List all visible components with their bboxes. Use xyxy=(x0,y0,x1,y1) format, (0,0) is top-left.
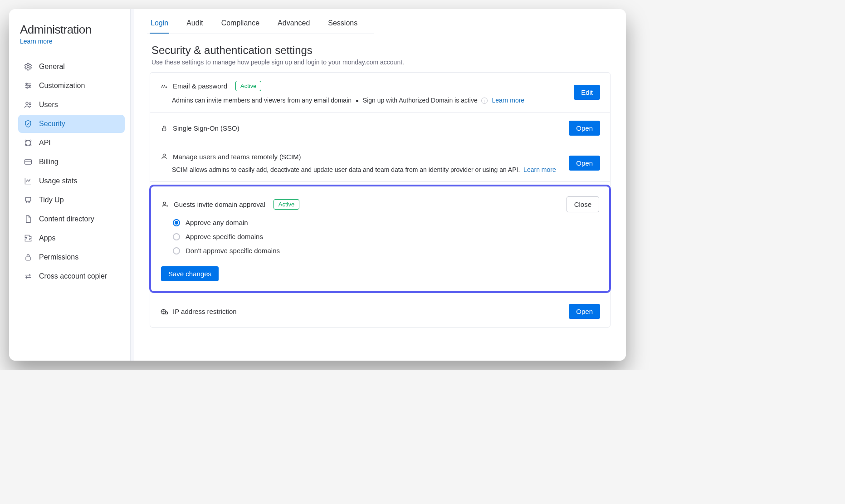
radio-indicator xyxy=(173,233,180,240)
desc-part-2: Sign up with Authorized Domain is active xyxy=(363,97,478,104)
desc-text: SCIM allows admins to easily add, deacti… xyxy=(172,166,520,173)
sidebar-item-label: API xyxy=(39,139,51,147)
domain-approval-radio-group: Approve any domain Approve specific doma… xyxy=(173,219,280,254)
status-badge: Active xyxy=(235,81,261,91)
sidebar-item-label: Billing xyxy=(39,158,59,166)
globe-lock-icon xyxy=(160,308,168,316)
tab-audit[interactable]: Audit xyxy=(186,19,204,34)
tab-advanced[interactable]: Advanced xyxy=(277,19,311,34)
sidebar-item-tidy-up[interactable]: Tidy Up xyxy=(18,191,125,209)
api-icon xyxy=(24,138,33,147)
sidebar-nav: General Customization Users Security API… xyxy=(18,58,125,285)
sidebar-item-label: Apps xyxy=(39,234,55,242)
learn-more-link[interactable]: Learn more xyxy=(492,97,525,104)
svg-point-21 xyxy=(163,154,165,157)
main-content: Login Audit Compliance Advanced Sessions… xyxy=(131,9,626,361)
sidebar-item-label: Usage stats xyxy=(39,177,77,185)
svg-rect-16 xyxy=(26,257,30,260)
svg-point-8 xyxy=(29,103,31,104)
sidebar-item-security[interactable]: Security xyxy=(18,115,125,133)
chart-icon xyxy=(24,176,33,186)
learn-more-link[interactable]: Learn more xyxy=(523,166,556,173)
desc-part-1: Admins can invite members and viewers fr… xyxy=(172,97,352,104)
document-icon xyxy=(24,215,33,224)
tab-compliance[interactable]: Compliance xyxy=(220,19,260,34)
radio-approve-any[interactable]: Approve any domain xyxy=(173,219,280,226)
admin-window: Administration Learn more General Custom… xyxy=(9,9,626,361)
open-button[interactable]: Open xyxy=(569,156,600,171)
sidebar-item-label: Tidy Up xyxy=(39,196,64,204)
edit-button[interactable]: Edit xyxy=(574,85,600,100)
sidebar-item-label: Permissions xyxy=(39,253,78,261)
sidebar-item-cross-account-copier[interactable]: Cross account copier xyxy=(18,267,125,285)
svg-rect-15 xyxy=(25,197,31,201)
save-changes-button[interactable]: Save changes xyxy=(161,266,219,281)
radio-indicator xyxy=(173,219,180,226)
svg-rect-13 xyxy=(25,160,32,164)
svg-point-7 xyxy=(26,102,28,104)
sidebar-item-apps[interactable]: Apps xyxy=(18,229,125,247)
separator-dot xyxy=(356,100,358,102)
users-icon xyxy=(24,100,33,109)
page-title: Security & authentication settings xyxy=(151,44,613,57)
sidebar: Administration Learn more General Custom… xyxy=(9,9,131,361)
card-ip-restriction: IP address restriction Open xyxy=(150,296,610,327)
svg-point-0 xyxy=(27,66,29,68)
sidebar-item-label: Content directory xyxy=(39,215,94,223)
radio-indicator xyxy=(173,247,180,254)
card-description: Admins can invite members and viewers fr… xyxy=(172,97,574,104)
radio-approve-specific[interactable]: Approve specific domains xyxy=(173,233,280,240)
card-email-password: Email & password Active Admins can invit… xyxy=(150,73,610,113)
svg-rect-20 xyxy=(162,128,166,131)
sidebar-item-label: Security xyxy=(39,120,65,128)
svg-point-10 xyxy=(29,140,31,141)
tab-login[interactable]: Login xyxy=(150,19,169,34)
broom-icon xyxy=(24,196,33,205)
info-icon[interactable]: i xyxy=(481,98,488,104)
card-guests-domain-approval: Guests invite domain approval Active Clo… xyxy=(149,185,611,293)
radio-label: Approve any domain xyxy=(186,219,248,226)
learn-more-link[interactable]: Learn more xyxy=(20,38,125,45)
card-title: IP address restriction xyxy=(173,308,237,315)
sidebar-item-customization[interactable]: Customization xyxy=(18,77,125,95)
sidebar-title: Administration xyxy=(20,23,125,37)
close-button[interactable]: Close xyxy=(567,196,599,212)
card-description: SCIM allows admins to easily add, deacti… xyxy=(172,166,569,173)
card-title: Manage users and teams remotely (SCIM) xyxy=(173,153,301,161)
puzzle-icon xyxy=(24,234,33,243)
sidebar-item-users[interactable]: Users xyxy=(18,96,125,114)
transfer-icon xyxy=(24,272,33,281)
sidebar-item-content-directory[interactable]: Content directory xyxy=(18,210,125,228)
card-title: Email & password xyxy=(173,82,227,90)
lock-icon xyxy=(160,124,168,132)
open-button[interactable]: Open xyxy=(569,121,600,136)
sidebar-item-permissions[interactable]: Permissions xyxy=(18,248,125,266)
radio-dont-approve-specific[interactable]: Don't approve specific domains xyxy=(173,247,280,254)
monday-logo-icon xyxy=(160,82,168,90)
radio-label: Don't approve specific domains xyxy=(186,247,280,254)
page-description: Use these settings to manage how people … xyxy=(151,59,613,66)
card-sso: Single Sign-On (SSO) Open xyxy=(150,113,610,144)
tab-sessions[interactable]: Sessions xyxy=(327,19,358,34)
radio-label: Approve specific domains xyxy=(186,233,263,240)
card-title: Single Sign-On (SSO) xyxy=(173,124,239,132)
card-title: Guests invite domain approval xyxy=(174,201,265,208)
shield-icon xyxy=(24,119,33,128)
sidebar-item-api[interactable]: API xyxy=(18,134,125,152)
status-badge: Active xyxy=(274,199,299,210)
sidebar-item-usage-stats[interactable]: Usage stats xyxy=(18,172,125,190)
sidebar-item-billing[interactable]: Billing xyxy=(18,153,125,171)
card-scim: Manage users and teams remotely (SCIM) S… xyxy=(150,144,610,182)
svg-point-19 xyxy=(166,87,166,88)
lock-icon xyxy=(24,253,33,262)
sidebar-item-label: Customization xyxy=(39,82,85,90)
svg-point-9 xyxy=(25,140,26,141)
person-plus-icon xyxy=(161,201,169,209)
svg-point-11 xyxy=(25,144,26,146)
svg-point-12 xyxy=(29,144,31,146)
tabs: Login Audit Compliance Advanced Sessions xyxy=(147,9,374,34)
open-button[interactable]: Open xyxy=(569,304,600,319)
sidebar-item-label: Cross account copier xyxy=(39,272,107,281)
person-icon xyxy=(160,152,168,161)
sidebar-item-general[interactable]: General xyxy=(18,58,125,76)
